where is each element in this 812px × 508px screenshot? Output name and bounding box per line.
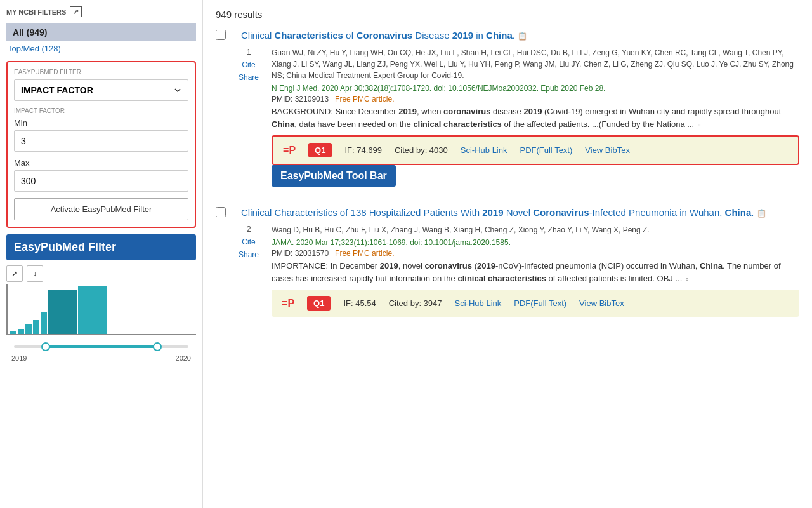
- slider-fill: [46, 345, 157, 348]
- result-number-label-2: 2: [246, 224, 251, 234]
- ep-toolbar-banner: EasyPubMed Tool Bar: [272, 165, 396, 187]
- ep-q1-badge-2: Q1: [307, 296, 331, 311]
- result-authors-1: Guan WJ, Ni ZY, Hu Y, Liang WH, Ou CQ, H…: [272, 47, 799, 81]
- cite-button-2[interactable]: Cite: [242, 237, 255, 246]
- max-input[interactable]: [14, 170, 188, 192]
- filter-list: All (949) Top/Med (128): [6, 23, 196, 53]
- result-number-label-1: 1: [246, 47, 251, 57]
- bar-1: [10, 331, 16, 334]
- bar-2: [18, 329, 24, 334]
- slider-thumb-right[interactable]: [153, 342, 162, 351]
- filter-all-item[interactable]: All (949): [6, 23, 196, 41]
- slider-labels: 2019 2020: [11, 354, 191, 362]
- results-count: 949 results: [216, 9, 799, 20]
- bar-4: [33, 320, 39, 334]
- bar-5: [41, 312, 47, 334]
- slider-track: [14, 345, 188, 348]
- ncbi-filters-header: MY NCBI FILTERS ↗: [6, 6, 196, 17]
- ep-logo-2: =P: [282, 298, 294, 309]
- result-title-2[interactable]: Clinical Characteristics of 138 Hospital…: [241, 206, 799, 219]
- ep-q1-badge-1: Q1: [308, 143, 332, 157]
- ep-cited-1: Cited by: 4030: [395, 145, 448, 155]
- result-pmid-2: PMID: 32031570 Free PMC article.: [272, 249, 799, 258]
- result-checkbox-2[interactable]: [216, 207, 226, 217]
- result-inner-2: Clinical Characteristics of 138 Hospital…: [228, 206, 799, 223]
- ep-cited-2: Cited by: 3947: [389, 298, 442, 308]
- bar-3: [25, 324, 32, 334]
- share-button-1[interactable]: Share: [239, 73, 259, 82]
- ep-bibtex-link-2[interactable]: View BibTex: [579, 298, 624, 308]
- result-number-2-placeholder: [228, 206, 237, 223]
- easypubmed-filter-box: EASYPUBMED FILTER IMPACT FACTOR IMPACT F…: [6, 61, 196, 228]
- expand-abstract-1[interactable]: ∘: [697, 119, 702, 129]
- min-input[interactable]: [14, 130, 188, 152]
- result-inner-1: Clinical Characteristics of Coronavirus …: [228, 29, 799, 46]
- if-sublabel: IMPACT FACTOR: [14, 107, 188, 114]
- free-pmc-1[interactable]: Free PMC article.: [335, 95, 394, 104]
- result-item-2: Clinical Characteristics of 138 Hospital…: [216, 206, 799, 317]
- ep-if-1: IF: 74.699: [344, 145, 382, 155]
- bar-chart: [6, 284, 196, 335]
- ep-pdf-link-2[interactable]: PDF(Full Text): [514, 298, 566, 308]
- cite-button-1[interactable]: Cite: [242, 60, 255, 69]
- filter-topmed-item[interactable]: Top/Med (128): [6, 44, 196, 53]
- free-pmc-2[interactable]: Free PMC article.: [335, 249, 394, 258]
- slider-thumb-left[interactable]: [41, 342, 50, 351]
- slider-area: 2019 2020: [6, 335, 196, 362]
- bar-6: [48, 290, 77, 334]
- bar-7: [78, 286, 107, 334]
- result-body-1: Clinical Characteristics of Coronavirus …: [241, 29, 799, 46]
- ep-filter-banner: EasyPubMed Filter: [6, 234, 196, 260]
- result-row-1: Clinical Characteristics of Coronavirus …: [216, 29, 799, 46]
- ep-logo-1: =P: [283, 145, 296, 156]
- cite-share-col-2: 2 Cite Share: [239, 224, 259, 317]
- result-checkbox-1[interactable]: [216, 30, 226, 40]
- result-title-1[interactable]: Clinical Characteristics of Coronavirus …: [241, 29, 799, 42]
- ep-toolbar-1: =P Q1 IF: 74.699 Cited by: 4030 Sci-Hub …: [272, 135, 799, 165]
- result-abstract-1: BACKGROUND: Since December 2019, when co…: [272, 105, 799, 130]
- ep-toolbar-2: =P Q1 IF: 45.54 Cited by: 3947 Sci-Hub L…: [272, 290, 799, 317]
- max-label: Max: [14, 158, 188, 168]
- sidebar: MY NCBI FILTERS ↗ All (949) Top/Med (128…: [0, 0, 203, 508]
- result-row-2: Clinical Characteristics of 138 Hospital…: [216, 206, 799, 223]
- result-main-1: Guan WJ, Ni ZY, Hu Y, Liang WH, Ou CQ, H…: [272, 47, 799, 190]
- impact-factor-select[interactable]: IMPACT FACTOR: [14, 79, 188, 101]
- chart-icons: ↗ ↓: [6, 265, 196, 282]
- result-detail-1: 1 Cite Share Guan WJ, Ni ZY, Hu Y, Liang…: [239, 47, 799, 190]
- ep-scihub-link-2[interactable]: Sci-Hub Link: [455, 298, 502, 308]
- ep-pdf-link-1[interactable]: PDF(Full Text): [520, 145, 572, 155]
- result-detail-2: 2 Cite Share Wang D, Hu B, Hu C, Zhu F, …: [239, 224, 799, 317]
- result-authors-2: Wang D, Hu B, Hu C, Zhu F, Liu X, Zhang …: [272, 224, 799, 236]
- result-journal-2: JAMA. 2020 Mar 17;323(11):1061-1069. doi…: [272, 238, 799, 247]
- result-abstract-2: IMPORTANCE: In December 2019, novel coro…: [272, 260, 799, 284]
- ep-if-2: IF: 45.54: [343, 298, 376, 308]
- download-chart-button[interactable]: ↓: [27, 265, 43, 282]
- slider-label-left: 2019: [11, 354, 27, 362]
- main-content: 949 results Clinical Characteristics of …: [203, 0, 812, 508]
- result-journal-1: N Engl J Med. 2020 Apr 30;382(18):1708-1…: [272, 84, 799, 93]
- slider-label-right: 2020: [176, 354, 191, 362]
- result-item-1: Clinical Characteristics of Coronavirus …: [216, 29, 799, 190]
- ep-bibtex-link-1[interactable]: View BibTex: [585, 145, 630, 155]
- easypubmed-filter-label: EASYPUBMED FILTER: [14, 69, 188, 76]
- result-number-1: [228, 29, 237, 46]
- activate-filter-button[interactable]: Activate EasyPubMed Filter: [14, 198, 188, 220]
- ncbi-filters-label: MY NCBI FILTERS: [6, 8, 66, 16]
- share-button-2[interactable]: Share: [239, 250, 259, 259]
- ep-scihub-link-1[interactable]: Sci-Hub Link: [461, 145, 508, 155]
- export-icon[interactable]: ↗: [70, 6, 82, 17]
- result-main-2: Wang D, Hu B, Hu C, Zhu F, Liu X, Zhang …: [272, 224, 799, 317]
- result-body-2: Clinical Characteristics of 138 Hospital…: [241, 206, 799, 223]
- result-pmid-1: PMID: 32109013 Free PMC article.: [272, 95, 799, 104]
- min-label: Min: [14, 118, 188, 128]
- expand-abstract-2[interactable]: ∘: [684, 274, 690, 283]
- chart-area: ↗ ↓ 2019 2020: [6, 265, 196, 342]
- cite-share-col-1: 1 Cite Share: [239, 47, 259, 190]
- expand-chart-button[interactable]: ↗: [6, 265, 23, 282]
